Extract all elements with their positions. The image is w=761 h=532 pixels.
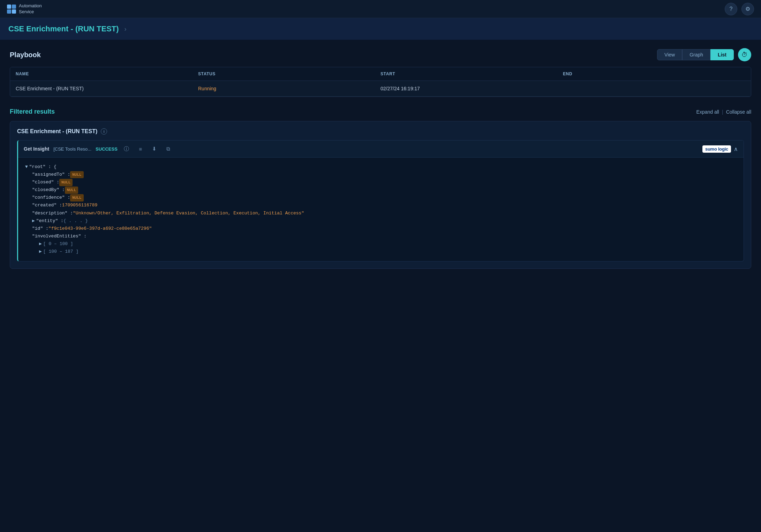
info-icon[interactable]: i	[101, 128, 107, 135]
col-header-status: STATUS	[198, 71, 380, 76]
header-left: Automation Service	[7, 3, 42, 15]
list-button[interactable]: List	[710, 49, 734, 60]
help-button[interactable]: ?	[725, 3, 737, 15]
json-toolbar-left: Get Insight [CSE Tools Reso... SUCCESS ⓘ…	[24, 144, 173, 154]
json-line-description: "description" : "Unknown/Other, Exfiltra…	[32, 210, 737, 217]
settings-button[interactable]: ⚙	[741, 3, 754, 15]
triangle-range2[interactable]: ▶	[39, 248, 42, 256]
json-line-assigned-to: "assignedTo" : NULL	[32, 171, 737, 178]
download-action-icon[interactable]: ⬇	[150, 144, 159, 154]
result-card: CSE Enrichment - (RUN TEST) i Get Insigh…	[10, 121, 751, 269]
help-icon: ?	[730, 6, 733, 12]
json-line-created: "created" : 1709056116789	[32, 202, 737, 209]
cell-status: Running	[198, 86, 380, 91]
null-badge-confidence: NULL	[70, 194, 83, 202]
json-line-closed: "closed" : NULL	[32, 178, 737, 186]
json-line-confidence: "confidence" : NULL	[32, 194, 737, 202]
json-line-entity: ▶ "entity" : { . . . }	[32, 217, 737, 225]
resource-tag: [CSE Tools Reso...	[53, 146, 91, 152]
table-header: NAME STATUS START END	[10, 67, 751, 81]
copy-action-icon[interactable]: ⧉	[164, 144, 173, 154]
sumo-logic-text: sumo logic	[702, 145, 731, 153]
expand-collapse-controls: Expand all | Collapse all	[696, 109, 751, 115]
triangle-range1[interactable]: ▶	[39, 240, 42, 248]
filtered-results-title: Filtered results	[10, 108, 55, 115]
triangle-entity[interactable]: ▶	[32, 217, 35, 225]
playbook-section-header: Playbook View Graph List ⏱	[10, 48, 751, 61]
breadcrumb-bar: CSE Enrichment - (RUN TEST) ›	[0, 18, 761, 40]
playbook-title: Playbook	[10, 51, 41, 59]
sumo-logic-badge: sumo logic ∧	[702, 145, 738, 153]
json-line-range2: ▶ [ 100 – 187 ]	[39, 248, 737, 256]
breadcrumb-chevron: ›	[125, 25, 127, 33]
app-title: Automation Service	[19, 3, 42, 15]
divider: |	[722, 109, 723, 115]
null-badge-assigned-to: NULL	[70, 171, 83, 178]
json-line-range1: ▶ [ 0 – 100 ]	[39, 240, 737, 248]
settings-icon: ⚙	[745, 6, 750, 12]
cell-start: 02/27/24 16:19:17	[380, 86, 563, 91]
collapse-json-button[interactable]: ∧	[734, 146, 738, 152]
clock-icon: ⏱	[741, 51, 748, 59]
app-header: Automation Service ? ⚙	[0, 0, 761, 18]
playbook-table: NAME STATUS START END CSE Enrichment - (…	[10, 67, 751, 97]
triangle-root[interactable]: ▼	[25, 163, 28, 171]
col-header-end: END	[563, 71, 745, 76]
main-content: Playbook View Graph List ⏱ NAME STATUS S…	[0, 40, 761, 277]
collapse-all-button[interactable]: Collapse all	[726, 109, 751, 115]
view-button[interactable]: View	[657, 49, 682, 60]
cell-name: CSE Enrichment - (RUN TEST)	[16, 86, 198, 91]
info-action-icon[interactable]: ⓘ	[122, 144, 131, 154]
json-body: ▼ "root" : { "assignedTo" : NULL "closed…	[18, 158, 744, 261]
breadcrumb-title: CSE Enrichment - (RUN TEST)	[8, 24, 119, 33]
col-header-name: NAME	[16, 71, 198, 76]
status-success: SUCCESS	[96, 146, 118, 152]
json-line-closed-by: "closedBy" : NULL	[32, 186, 737, 194]
filtered-results-header: Filtered results Expand all | Collapse a…	[10, 108, 751, 115]
logo-squares	[7, 5, 16, 14]
cell-end	[563, 86, 745, 91]
sumo-logo: Automation Service	[7, 3, 42, 15]
json-line-id: "id" : "f9c1e043-99e6-397d-a692-ce80e65a…	[32, 225, 737, 233]
json-line-involved-entities: "involvedEntities" :	[32, 233, 737, 240]
graph-button[interactable]: Graph	[682, 49, 710, 60]
col-header-start: START	[380, 71, 563, 76]
expand-all-button[interactable]: Expand all	[696, 109, 719, 115]
null-badge-closed: NULL	[59, 179, 73, 186]
view-toggle: View Graph List	[657, 49, 734, 60]
json-line-root: ▼ "root" : {	[25, 163, 737, 171]
action-name: Get Insight	[24, 146, 49, 152]
header-icons: ? ⚙	[725, 3, 754, 15]
json-toolbar: Get Insight [CSE Tools Reso... SUCCESS ⓘ…	[18, 140, 744, 158]
list-action-icon[interactable]: ≡	[136, 144, 145, 154]
result-card-title: CSE Enrichment - (RUN TEST) i	[17, 128, 744, 135]
json-viewer: Get Insight [CSE Tools Reso... SUCCESS ⓘ…	[17, 140, 744, 261]
table-row: CSE Enrichment - (RUN TEST) Running 02/2…	[10, 81, 751, 97]
null-badge-closed-by: NULL	[65, 187, 78, 194]
clock-button[interactable]: ⏱	[738, 48, 751, 61]
